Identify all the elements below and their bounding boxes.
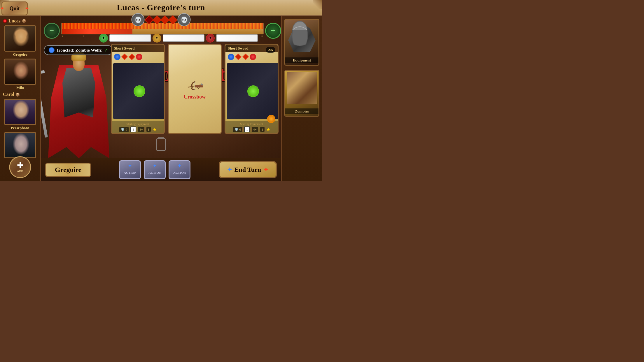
zombies-image xyxy=(287,72,317,104)
starting-equip-label-1: Starting Equipment xyxy=(114,122,162,126)
card-short-sword-2[interactable]: Short Sword Starting Equipment 🛡️ 0 1 4+… xyxy=(225,44,279,134)
character-name-banner: Gregoire xyxy=(45,163,91,177)
plus-health-icon: + xyxy=(271,27,276,35)
sword-image-2 xyxy=(227,63,279,119)
action-button-2[interactable]: ACTION xyxy=(144,160,166,179)
resource-bar-1 xyxy=(109,34,151,42)
starting-equip-label-2: Starting Equipment xyxy=(228,122,275,126)
diamond-red-3 xyxy=(235,54,242,60)
card-stats-2: 🛡️ 0 1 4+ 1 ★ xyxy=(228,126,275,132)
gem-overlay-2 xyxy=(247,85,259,97)
character-card-milo[interactable]: Milo xyxy=(1,59,39,90)
star-icon-2: ★ xyxy=(266,127,270,132)
end-turn-label: End Turn xyxy=(235,166,261,173)
hero-figure xyxy=(44,42,114,158)
red-gem: ✦ xyxy=(206,34,215,43)
page-title: Lucas - Gregoire's turn xyxy=(117,3,205,12)
portrait-shalheira xyxy=(4,132,36,158)
crossbow-label: Crossbow xyxy=(184,94,206,100)
action-button-1[interactable]: ACTION xyxy=(119,160,141,179)
card-icons-2 xyxy=(225,52,278,61)
end-turn-button[interactable]: End Turn xyxy=(219,161,277,178)
player-indicator-dot xyxy=(3,19,7,23)
equipment-label: Equipment xyxy=(285,57,318,63)
hero-body-composite xyxy=(47,45,111,158)
portrait-milo xyxy=(4,59,36,85)
portrait-gregoire xyxy=(4,25,36,52)
zombies-label: Zombies xyxy=(285,108,318,114)
stat-dmg: 1 xyxy=(146,127,151,132)
card-title-1: Short Sword xyxy=(114,46,134,51)
card-crossbow[interactable]: Crossbow xyxy=(168,44,222,134)
equipment-card[interactable]: Equipment xyxy=(284,19,319,66)
blue-gem-card-2 xyxy=(228,54,234,60)
card-short-sword-1[interactable]: Short Sword Starting Equipment 🛡️ 0 1 4+… xyxy=(111,44,165,134)
gem-overlay-1 xyxy=(134,85,145,97)
stat-shield: 🛡️ 0 xyxy=(119,127,129,132)
diamond-red-4 xyxy=(242,54,249,60)
main-content: 💀 💀 − 0 5 10 15 20 25 30 35 40 xyxy=(41,16,281,181)
svg-rect-4 xyxy=(195,85,203,87)
action-label-3: ACTION xyxy=(173,171,186,174)
add-character-button[interactable]: ✚ ADD xyxy=(9,156,31,178)
bottom-bar: Gregoire ACTION ACTION ACTION End Turn xyxy=(41,158,281,181)
portrait-persephone xyxy=(4,99,36,125)
armor-svg xyxy=(288,21,312,48)
count-badge: 2/5 xyxy=(266,47,275,53)
zombies-card[interactable]: Zombies xyxy=(284,70,319,117)
ironclad-text: Ironclad: Zombie Wolfz xyxy=(57,48,102,53)
bag-icon: 📦 xyxy=(22,19,26,23)
add-label: ADD xyxy=(17,170,23,173)
action-buttons-group: ACTION ACTION ACTION xyxy=(94,160,216,179)
dice-icon-1: 1 xyxy=(130,126,136,132)
skull-area: 💀 💀 xyxy=(132,13,191,26)
card-header-1: Short Sword xyxy=(112,45,164,52)
diamond-pip-4 xyxy=(168,15,177,24)
char-name-milo: Milo xyxy=(16,85,24,90)
character-card-gregoire[interactable]: Gregoire xyxy=(1,25,39,57)
action-label-2: ACTION xyxy=(148,171,161,174)
gold-gem: ✦ xyxy=(153,34,161,43)
skull-coin-right: 💀 xyxy=(178,13,191,26)
card-footer-1: Starting Equipment 🛡️ 0 1 4+ 1 ★ xyxy=(112,121,164,133)
sword-image-1 xyxy=(113,63,165,119)
stat-shield-2: 🛡️ 0 xyxy=(233,127,243,132)
crossbow-svg xyxy=(185,78,205,94)
trash-area[interactable] xyxy=(154,136,168,155)
star-icon-1: ★ xyxy=(153,127,157,132)
minus-icon: − xyxy=(50,27,54,35)
red-gem-card xyxy=(136,54,142,60)
resource-bar-3 xyxy=(216,34,258,42)
stat-hit-2: 4+ xyxy=(251,127,258,132)
stat-dmg-2: 1 xyxy=(260,127,265,132)
card-icons-1 xyxy=(112,52,164,61)
left-sidebar: Lucas 📦 Gregoire Milo Carol 📦 Persephone… xyxy=(0,16,41,181)
right-sidebar: Equipment Zombies xyxy=(281,16,322,181)
dice-icon-2: 1 xyxy=(244,126,250,132)
resource-bar-2 xyxy=(163,34,204,42)
trash-icon[interactable] xyxy=(154,136,168,155)
character-card-persephone[interactable]: Persephone xyxy=(1,99,39,130)
quit-label: Quit xyxy=(9,6,20,12)
corner-decoration-right xyxy=(313,0,322,9)
action-label-1: ACTION xyxy=(124,171,136,174)
skull-coin-left: 💀 xyxy=(132,13,145,26)
green-gem: ✦ xyxy=(99,34,108,43)
player-group-1-label: Lucas 📦 xyxy=(1,17,39,24)
trash-svg xyxy=(154,136,168,152)
diamond-red-2 xyxy=(129,54,135,60)
hero-area xyxy=(41,42,117,158)
ironclad-dot xyxy=(49,47,55,53)
resource-row: ✦ ✦ ✦ xyxy=(99,33,258,43)
diamond-red-1 xyxy=(121,54,128,60)
orange-gem-badge xyxy=(267,115,275,123)
decrease-health-button[interactable]: − xyxy=(44,23,60,39)
ironclad-banner: Ironclad: Zombie Wolfz ✓ xyxy=(44,45,113,55)
increase-health-button[interactable]: + xyxy=(265,23,281,39)
char-name-gregoire: Gregoire xyxy=(13,52,27,57)
check-icon: ✓ xyxy=(104,48,108,53)
quit-button[interactable]: Quit xyxy=(1,1,28,15)
char-name-persephone: Persephone xyxy=(11,126,29,130)
hero-armor xyxy=(58,68,99,117)
action-button-3[interactable]: ACTION xyxy=(169,160,190,179)
